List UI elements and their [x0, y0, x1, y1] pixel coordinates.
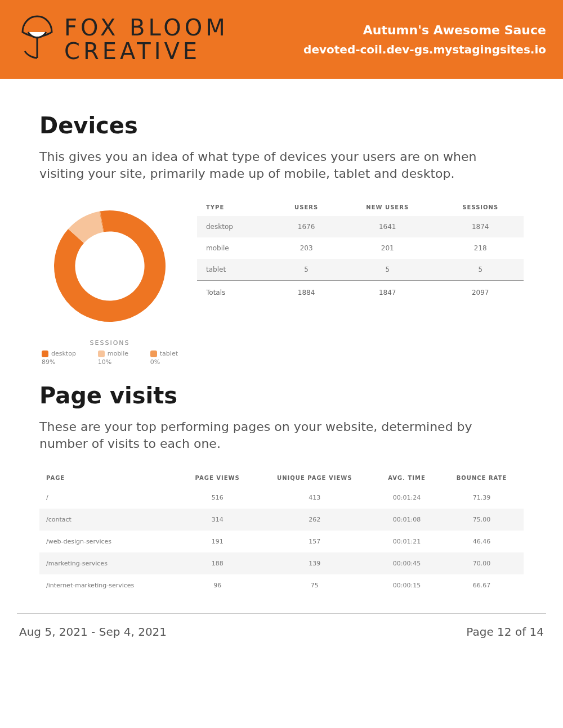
devices-table-totals: Totals188418472097 [197, 281, 524, 305]
totals-cell: 1847 [338, 281, 437, 305]
report-page: FOX BLOOM CREATIVE Autumn's Awesome Sauc… [0, 0, 563, 654]
legend-swatch-icon [42, 350, 48, 357]
page-visits-col-header: PAGE VIEWS [180, 469, 255, 487]
table-cell: 00:00:15 [374, 574, 440, 596]
table-cell: 201 [338, 237, 437, 259]
page-visits-table: PAGEPAGE VIEWSUNIQUE PAGE VIEWSAVG. TIME… [39, 469, 524, 596]
page-visits-col-header: PAGE [39, 469, 180, 487]
brand-line-1: FOX BLOOM [64, 16, 229, 39]
devices-col-header: SESSIONS [437, 199, 524, 216]
totals-cell: 1884 [275, 281, 338, 305]
brand-block: FOX BLOOM CREATIVE [17, 13, 229, 66]
legend-percent: 10% [98, 358, 128, 366]
table-cell: 00:01:24 [374, 487, 440, 509]
table-cell: 71.39 [440, 487, 524, 509]
table-cell: 75 [255, 574, 374, 596]
page-visits-lead: These are your top performing pages on y… [39, 419, 524, 452]
table-cell: 46.46 [440, 531, 524, 552]
table-cell: 5 [275, 259, 338, 281]
table-cell: 1676 [275, 216, 338, 237]
table-row: mobile203201218 [197, 237, 524, 259]
devices-row: SESSIONS desktop89%mobile10%tablet0% TYP… [39, 199, 524, 366]
table-cell: 188 [180, 552, 255, 574]
table-row: desktop167616411874 [197, 216, 524, 237]
report-client-name: Autumn's Awesome Sauce [303, 23, 546, 37]
table-cell: 218 [437, 237, 524, 259]
table-cell: 5 [437, 259, 524, 281]
report-header: FOX BLOOM CREATIVE Autumn's Awesome Sauc… [0, 0, 563, 79]
footer-date-range: Aug 5, 2021 - Sep 4, 2021 [19, 625, 167, 639]
devices-lead: This gives you an idea of what type of d… [39, 149, 524, 182]
table-cell: tablet [197, 259, 275, 281]
devices-title: Devices [39, 113, 524, 138]
legend-swatch-icon [98, 350, 105, 357]
table-cell: 413 [255, 487, 374, 509]
table-cell: 139 [255, 552, 374, 574]
devices-table-header: TYPEUSERSNEW USERSSESSIONS [197, 199, 524, 216]
table-cell: 191 [180, 531, 255, 552]
table-cell: 70.00 [440, 552, 524, 574]
table-row: /web-design-services19115700:01:2146.46 [39, 531, 524, 552]
table-cell: 5 [338, 259, 437, 281]
table-cell: /marketing-services [39, 552, 180, 574]
page-visits-col-header: AVG. TIME [374, 469, 440, 487]
table-cell: /contact [39, 509, 180, 531]
devices-table: TYPEUSERSNEW USERSSESSIONS desktop167616… [197, 199, 524, 304]
devices-col-header: USERS [275, 199, 338, 216]
devices-chart-col: SESSIONS desktop89%mobile10%tablet0% [39, 199, 180, 366]
legend-item: mobile10% [98, 350, 128, 366]
table-cell: 00:01:21 [374, 531, 440, 552]
legend-label: mobile [108, 350, 128, 357]
page-visits-col-header: UNIQUE PAGE VIEWS [255, 469, 374, 487]
page-visits-title: Page visits [39, 383, 524, 408]
devices-table-col: TYPEUSERSNEW USERSSESSIONS desktop167616… [197, 199, 524, 304]
table-cell: 157 [255, 531, 374, 552]
brand-line-2: CREATIVE [64, 39, 229, 63]
page-visits-header: PAGEPAGE VIEWSUNIQUE PAGE VIEWSAVG. TIME… [39, 469, 524, 487]
legend-swatch-icon [150, 350, 157, 357]
table-cell: 516 [180, 487, 255, 509]
donut-legend: desktop89%mobile10%tablet0% [39, 350, 180, 366]
header-right: Autumn's Awesome Sauce devoted-coil.dev-… [303, 23, 546, 56]
brand-text: FOX BLOOM CREATIVE [64, 16, 229, 63]
table-cell: mobile [197, 237, 275, 259]
devices-col-header: TYPE [197, 199, 275, 216]
table-cell: 262 [255, 509, 374, 531]
table-cell: 96 [180, 574, 255, 596]
table-row: tablet555 [197, 259, 524, 281]
devices-col-header: NEW USERS [338, 199, 437, 216]
table-row: /51641300:01:2471.39 [39, 487, 524, 509]
table-cell: 75.00 [440, 509, 524, 531]
table-cell: 00:00:45 [374, 552, 440, 574]
legend-item: tablet0% [150, 350, 178, 366]
report-content: Devices This gives you an idea of what t… [0, 79, 563, 613]
page-visits-section: Page visits These are your top performin… [39, 383, 524, 596]
table-cell: /internet-marketing-services [39, 574, 180, 596]
table-cell: 00:01:08 [374, 509, 440, 531]
table-cell: 1874 [437, 216, 524, 237]
totals-cell: Totals [197, 281, 275, 305]
table-cell: 314 [180, 509, 255, 531]
fox-bloom-logo-icon [17, 13, 57, 66]
report-footer: Aug 5, 2021 - Sep 4, 2021 Page 12 of 14 [17, 613, 546, 654]
table-cell: / [39, 487, 180, 509]
table-row: /contact31426200:01:0875.00 [39, 509, 524, 531]
legend-percent: 0% [150, 358, 178, 366]
page-visits-col-header: BOUNCE RATE [440, 469, 524, 487]
legend-item: desktop89% [42, 350, 76, 366]
table-row: /marketing-services18813900:00:4570.00 [39, 552, 524, 574]
table-cell: 1641 [338, 216, 437, 237]
table-cell: /web-design-services [39, 531, 180, 552]
table-cell: desktop [197, 216, 275, 237]
table-cell: 66.67 [440, 574, 524, 596]
legend-label: tablet [160, 350, 178, 357]
sessions-donut-chart [48, 204, 172, 328]
table-row: /internet-marketing-services967500:00:15… [39, 574, 524, 596]
footer-page-number: Page 12 of 14 [466, 625, 544, 639]
totals-cell: 2097 [437, 281, 524, 305]
legend-title: SESSIONS [39, 339, 180, 347]
legend-label: desktop [51, 350, 76, 357]
report-site-domain: devoted-coil.dev-gs.mystagingsites.io [303, 43, 546, 56]
legend-percent: 89% [42, 358, 76, 366]
table-cell: 203 [275, 237, 338, 259]
